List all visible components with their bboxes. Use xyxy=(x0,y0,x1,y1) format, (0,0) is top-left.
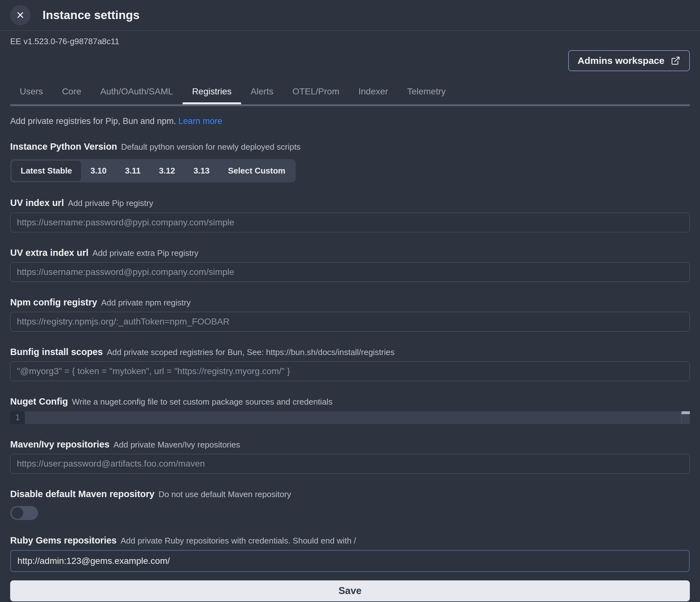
python-option-latest-stable[interactable]: Latest Stable xyxy=(12,161,81,181)
close-button[interactable]: ✕ xyxy=(10,5,30,25)
admins-workspace-label: Admins workspace xyxy=(578,55,665,66)
uv-index-url-input[interactable] xyxy=(10,213,690,232)
version-label: EE v1.523.0-76-g98787a8c11 xyxy=(10,37,690,46)
editor-minimap-slider[interactable] xyxy=(681,411,690,414)
tab-users[interactable]: Users xyxy=(20,87,43,104)
ruby-gems-repositories-title: Ruby Gems repositories xyxy=(10,535,117,546)
header: ✕ Instance settings xyxy=(0,0,700,30)
npm-config-registry-input[interactable] xyxy=(10,312,690,332)
python-option-3-11[interactable]: 3.11 xyxy=(116,161,149,181)
python-option-3-10[interactable]: 3.10 xyxy=(82,161,116,181)
tab-track xyxy=(10,104,690,106)
instance-settings-page: ✕ Instance settings Windmill EE v1.523.0… xyxy=(0,0,700,602)
npm-config-registry-title: Npm config registry xyxy=(10,297,97,307)
content: Windmill EE v1.523.0-76-g98787a8c11 Admi… xyxy=(0,31,700,601)
editor-line-number: 1 xyxy=(10,411,25,424)
tab-telemetry[interactable]: Telemetry xyxy=(407,87,446,104)
python-version-group: Latest Stable 3.10 3.11 3.12 3.13 Select… xyxy=(10,159,296,183)
disable-default-maven-toggle[interactable] xyxy=(10,506,38,520)
intro-text: Add private registries for Pip, Bun and … xyxy=(10,116,690,126)
bunfig-install-scopes-input[interactable] xyxy=(10,361,690,381)
close-icon: ✕ xyxy=(16,9,25,21)
python-option-3-12[interactable]: 3.12 xyxy=(150,161,184,181)
maven-ivy-repositories-section: Maven/Ivy repositories Add private Maven… xyxy=(10,439,690,474)
bunfig-install-scopes-title: Bunfig install scopes xyxy=(10,347,103,357)
uv-extra-index-url-input[interactable] xyxy=(10,262,690,282)
disable-default-maven-description: Do not use default Maven repository xyxy=(158,489,291,499)
page-title: Instance settings xyxy=(43,8,140,22)
uv-index-url-description: Add private Pip registry xyxy=(68,198,153,208)
maven-ivy-repositories-title: Maven/Ivy repositories xyxy=(10,439,109,450)
python-version-title: Instance Python Version xyxy=(10,141,117,152)
ruby-gems-repositories-section: Ruby Gems repositories Add private Ruby … xyxy=(10,535,690,572)
admins-workspace-button[interactable]: Admins workspace xyxy=(568,50,690,71)
ruby-gems-repositories-input[interactable] xyxy=(10,550,690,572)
disable-default-maven-section: Disable default Maven repository Do not … xyxy=(10,488,690,520)
uv-extra-index-url-section: UV extra index url Add private extra Pip… xyxy=(10,247,690,282)
python-version-description: Default python version for newly deploye… xyxy=(121,142,300,152)
tab-bar: Users Core Auth/OAuth/SAML Registries Al… xyxy=(10,87,690,106)
uv-extra-index-url-description: Add private extra Pip registry xyxy=(93,248,199,258)
ruby-gems-repositories-description: Add private Ruby repositories with crede… xyxy=(121,536,356,546)
save-button[interactable]: Save xyxy=(10,580,690,601)
clipped-app-name: Windmill xyxy=(10,31,690,34)
nuget-config-section: Nuget Config Write a nuget.config file t… xyxy=(10,396,690,424)
disable-default-maven-title: Disable default Maven repository xyxy=(10,489,154,499)
maven-ivy-repositories-input[interactable] xyxy=(10,454,690,474)
maven-ivy-repositories-description: Add private Maven/Ivy repositories xyxy=(114,440,240,450)
npm-config-registry-description: Add private npm registry xyxy=(101,298,191,307)
nuget-config-editor[interactable]: 1 xyxy=(10,411,690,424)
editor-code-area[interactable] xyxy=(25,411,681,424)
uv-index-url-section: UV index url Add private Pip registry xyxy=(10,197,690,232)
npm-config-registry-section: Npm config registry Add private npm regi… xyxy=(10,296,690,332)
tab-auth-oauth-saml[interactable]: Auth/OAuth/SAML xyxy=(100,87,173,104)
learn-more-link[interactable]: Learn more xyxy=(178,116,222,126)
python-version-section: Instance Python Version Default python v… xyxy=(10,141,690,183)
tab-core[interactable]: Core xyxy=(62,87,81,104)
bunfig-install-scopes-section: Bunfig install scopes Add private scoped… xyxy=(10,346,690,381)
python-option-select-custom[interactable]: Select Custom xyxy=(219,161,294,181)
uv-extra-index-url-title: UV extra index url xyxy=(10,248,89,258)
tab-indexer[interactable]: Indexer xyxy=(358,87,388,104)
editor-minimap[interactable] xyxy=(681,411,690,424)
tabs-row: Users Core Auth/OAuth/SAML Registries Al… xyxy=(10,87,690,104)
nuget-config-description: Write a nuget.config file to set custom … xyxy=(72,397,332,407)
bunfig-install-scopes-description: Add private scoped registries for Bun, S… xyxy=(107,347,395,357)
tab-alerts[interactable]: Alerts xyxy=(251,87,273,104)
nuget-config-title: Nuget Config xyxy=(10,396,68,407)
toggle-knob xyxy=(12,507,23,519)
external-link-icon xyxy=(671,56,680,66)
admins-workspace-row: Admins workspace xyxy=(10,50,690,71)
python-option-3-13[interactable]: 3.13 xyxy=(184,161,219,181)
uv-index-url-title: UV index url xyxy=(10,198,64,208)
tab-otel-prom[interactable]: OTEL/Prom xyxy=(293,87,340,104)
tab-registries[interactable]: Registries xyxy=(192,87,231,104)
